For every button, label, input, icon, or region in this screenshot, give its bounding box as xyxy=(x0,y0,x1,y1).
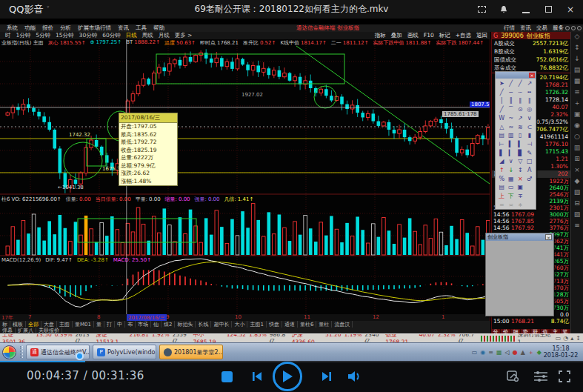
tray-icon[interactable]: ≡ xyxy=(488,349,493,356)
drawing-tool-icon[interactable]: ▯ xyxy=(516,131,525,140)
drawing-tool-icon[interactable]: ≡ xyxy=(497,201,507,210)
tray-icon[interactable]: ● xyxy=(513,349,518,356)
drawing-tool-icon[interactable]: W xyxy=(497,114,507,123)
drawing-tool-icon[interactable]: ∥ xyxy=(516,96,525,105)
next-button[interactable] xyxy=(320,370,333,386)
drawing-tool-icon[interactable]: ▣ xyxy=(516,183,525,192)
snapshot-tool-icon[interactable] xyxy=(506,370,519,386)
drawing-tool-icon[interactable]: ╱ xyxy=(497,88,507,97)
bottom-tab[interactable]: 量M01 xyxy=(73,321,94,328)
bottom-tab[interactable]: 快盘 xyxy=(267,321,282,328)
period-tab[interactable]: 周线 xyxy=(142,32,153,39)
app-logo[interactable]: QQ影音 ˇ xyxy=(9,3,50,16)
drawing-tool-icon[interactable]: ∨ xyxy=(507,157,516,166)
drawing-tool-icon[interactable]: 下 xyxy=(507,192,516,201)
drawing-tool-icon[interactable]: ▍ xyxy=(516,140,525,149)
period-tab[interactable]: 时 xyxy=(5,32,11,39)
right-strip-icon[interactable]: ○ xyxy=(574,133,580,140)
taskbar-app[interactable]: 201801量学堂2... xyxy=(159,345,223,359)
bottom-tab[interactable]: 中 xyxy=(115,321,125,328)
drawing-tool-icon[interactable]: ♂ xyxy=(525,175,535,184)
drawing-tool-icon[interactable]: ⊂ xyxy=(525,123,535,132)
drawing-tool-icon[interactable]: ▊ xyxy=(516,149,525,158)
close-button[interactable]: × xyxy=(565,4,576,15)
bottom-tab[interactable]: 煤2 xyxy=(161,321,175,328)
menu-item-分析[interactable]: 分析 xyxy=(60,24,71,31)
period-tab[interactable]: 15分钟 xyxy=(56,32,74,39)
drawing-tool-icon[interactable]: ⊣ xyxy=(525,140,535,149)
bottom-tab[interactable]: 市场 xyxy=(136,321,151,328)
bottom-tab[interactable]: 大小 xyxy=(232,321,247,328)
drawing-tool-icon[interactable] xyxy=(525,201,535,210)
tdx-window-buttons[interactable] xyxy=(565,26,582,30)
right-strip-icon[interactable]: ⊟ xyxy=(574,200,580,207)
bottom-tab[interactable]: 超中长 xyxy=(211,321,232,328)
drawing-tool-icon[interactable]: ≋ xyxy=(516,123,525,132)
drawing-tool-icon[interactable]: ↗ xyxy=(516,114,525,123)
drawing-tool-icon[interactable]: ∨ xyxy=(525,114,535,123)
minimize-button[interactable] xyxy=(521,4,531,15)
bottom-tab[interactable]: 主图 xyxy=(57,321,73,328)
right-strip-icon[interactable]: ◆ xyxy=(575,178,580,185)
bottom-tab[interactable]: 全部 xyxy=(26,321,41,328)
bottom-tab[interactable]: 通道 xyxy=(282,321,298,328)
right-strip-icon[interactable]: ＋ xyxy=(574,100,581,107)
drawing-tool-icon[interactable] xyxy=(525,183,535,192)
right-strip-icon[interactable]: ↓ xyxy=(574,56,580,62)
drawing-tool-icon[interactable]: ⌒ xyxy=(507,105,516,114)
drawing-tool-icon[interactable]: ∥ xyxy=(525,96,535,105)
chart-tool-标记[interactable]: 标记 xyxy=(439,32,450,39)
menu-item-资讯[interactable]: 资讯 xyxy=(118,24,129,31)
chart-tool-指标[interactable]: 指标 xyxy=(375,32,386,39)
top-nav-服务[interactable]: 服务 xyxy=(553,24,564,32)
drawing-tool-icon[interactable]: ↓ xyxy=(507,166,516,175)
drawing-tool-icon[interactable]: ~ xyxy=(507,114,516,123)
drawing-tool-icon[interactable]: ⊢ xyxy=(497,140,507,149)
period-tab[interactable]: 5分钟 xyxy=(36,32,50,39)
right-strip-icon[interactable]: ◇ xyxy=(575,33,580,40)
menu-item-功能[interactable]: 功能 xyxy=(24,24,36,31)
drawing-tool-icon[interactable]: ∗ xyxy=(516,201,525,210)
right-strip-icon[interactable]: ≡ xyxy=(574,89,580,96)
drawing-tool-icon[interactable]: ✎ xyxy=(525,149,535,158)
chart-tool-叠加[interactable]: 叠加 xyxy=(391,32,402,39)
drawing-tool-icon[interactable]: ≍ xyxy=(507,201,516,210)
bottom-tab[interactable]: 布 xyxy=(125,321,136,328)
bottom-tab[interactable]: 标 xyxy=(0,321,10,328)
drawing-tool-icon[interactable]: ↑ xyxy=(497,166,507,175)
drawing-tool-icon[interactable]: ▎ xyxy=(507,149,516,158)
taskbar-clock[interactable]: 15:18 2018-01-22 xyxy=(542,345,580,359)
bottom-tab[interactable]: 流盘汉 xyxy=(332,321,353,328)
drawing-tool-icon[interactable]: ▍ xyxy=(507,140,516,149)
chart-tool-画线[interactable]: 画线 xyxy=(407,32,419,39)
menu-item-工具[interactable]: 工具 xyxy=(136,24,147,31)
drawing-tool-icon[interactable]: A xyxy=(525,166,535,175)
bottom-tab[interactable]: 仙 xyxy=(151,321,161,328)
drawing-tool-icon[interactable]: × xyxy=(516,175,525,184)
drawing-tool-icon[interactable]: ↕ xyxy=(516,166,525,175)
close-icon[interactable]: × xyxy=(529,73,535,78)
tray-icon[interactable]: ▲ xyxy=(521,349,525,356)
play-button[interactable] xyxy=(273,362,302,391)
drawing-tool-icon[interactable]: ─ xyxy=(507,88,516,97)
right-strip-icon[interactable]: ▧ xyxy=(574,189,581,196)
menu-item-扩展市场行情[interactable]: 扩展市场行情 xyxy=(78,24,111,31)
tray-icon[interactable]: ＋ xyxy=(528,348,534,356)
stop-button[interactable] xyxy=(221,371,233,382)
right-strip-icon[interactable]: ▣ xyxy=(574,111,581,118)
taskbar-app[interactable]: PPolyvLive(windo... xyxy=(93,345,156,359)
bottom-tab[interactable]: 量柱 xyxy=(316,321,332,328)
period-tab[interactable]: 1分钟 xyxy=(16,32,31,39)
bottom-tab[interactable]: 模板 xyxy=(10,321,26,328)
drawing-tool-icon[interactable]: ‖ xyxy=(507,96,516,105)
period-tab[interactable]: 更多 > xyxy=(175,32,193,39)
top-nav-行情[interactable]: 行情 xyxy=(504,24,515,32)
drawing-tool-icon[interactable]: ↗ xyxy=(525,79,535,88)
drawing-tool-icon[interactable]: ╱ xyxy=(497,105,507,114)
chart-tool-返回[interactable]: 返回 xyxy=(476,32,487,39)
right-strip-icon[interactable]: ▤ xyxy=(574,67,581,73)
right-strip-icon[interactable]: ▨ xyxy=(574,211,581,218)
bottom-tab[interactable]: 主图1 xyxy=(247,321,266,328)
bottom-tab[interactable]: 量 xyxy=(94,321,104,328)
drawing-tool-icon[interactable]: ╱ xyxy=(516,79,525,88)
